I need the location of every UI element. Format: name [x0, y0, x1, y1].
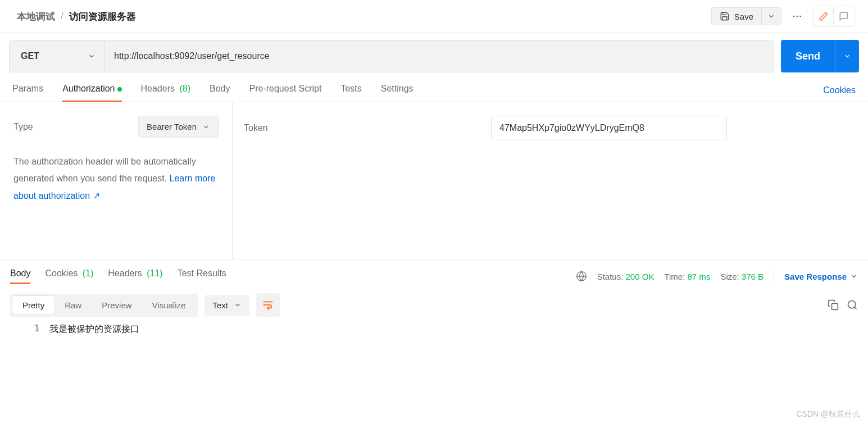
breadcrumb-separator: /	[61, 11, 63, 22]
view-tab-preview[interactable]: Preview	[92, 296, 142, 314]
request-url-bar: GET Send	[0, 33, 868, 79]
token-input[interactable]	[491, 116, 727, 140]
response-tab-headers-count: (11)	[147, 268, 162, 278]
meta-separator	[774, 270, 774, 282]
edit-button[interactable]	[814, 6, 834, 26]
top-actions: Save	[711, 6, 855, 27]
token-label: Token	[244, 123, 491, 133]
svg-point-7	[848, 301, 856, 308]
send-button[interactable]: Send	[781, 40, 835, 72]
response-lang-value: Text	[212, 300, 228, 310]
chevron-down-icon	[843, 52, 851, 60]
view-tab-visualize[interactable]: Visualize	[142, 296, 196, 314]
send-dropdown-button[interactable]	[835, 40, 859, 72]
tab-tests[interactable]: Tests	[340, 79, 361, 102]
response-toolbar: Pretty Raw Preview Visualize Text	[0, 290, 868, 320]
view-tab-raw[interactable]: Raw	[54, 296, 92, 314]
save-button[interactable]: Save	[711, 7, 762, 25]
pencil-icon	[819, 11, 829, 21]
copy-response-button[interactable]	[828, 299, 839, 311]
send-button-group: Send	[781, 40, 859, 72]
tab-headers-count: (8)	[179, 84, 190, 93]
view-tab-pretty[interactable]: Pretty	[12, 296, 54, 314]
save-button-group: Save	[711, 7, 781, 25]
breadcrumb-parent[interactable]: 本地调试	[17, 10, 55, 23]
request-url-input[interactable]	[105, 40, 774, 72]
response-tab-cookies[interactable]: Cookies (1)	[45, 268, 93, 284]
size-value: 376 B	[742, 272, 764, 281]
save-icon	[720, 11, 730, 21]
time-value: 87 ms	[688, 272, 711, 281]
globe-icon[interactable]	[576, 271, 587, 282]
search-response-button[interactable]	[847, 299, 858, 311]
response-tab-body[interactable]: Body	[10, 268, 30, 284]
response-meta: Status: 200 OK Time: 87 ms Size: 376 B S…	[576, 270, 858, 282]
more-horizontal-icon	[792, 11, 803, 22]
tab-authorization[interactable]: Authorization	[62, 79, 121, 102]
tab-headers[interactable]: Headers (8)	[141, 79, 191, 102]
authorization-panel: Type Bearer Token The authorization head…	[0, 102, 868, 259]
comment-button[interactable]	[834, 6, 854, 26]
save-response-button[interactable]: Save Response	[784, 272, 858, 281]
chevron-down-icon	[850, 272, 858, 280]
save-button-label: Save	[734, 12, 753, 21]
more-options-button[interactable]	[787, 6, 807, 26]
status-value: 200 OK	[626, 272, 655, 281]
tab-settings[interactable]: Settings	[381, 79, 413, 102]
save-response-label: Save Response	[784, 272, 847, 281]
response-tab-test-results[interactable]: Test Results	[178, 268, 226, 284]
tab-prerequest[interactable]: Pre-request Script	[249, 79, 321, 102]
chevron-down-icon	[202, 123, 210, 131]
cookies-link[interactable]: Cookies	[823, 85, 856, 95]
tab-body[interactable]: Body	[210, 79, 230, 102]
copy-icon	[828, 299, 839, 311]
status-meta: Status: 200 OK	[597, 272, 655, 281]
method-url-group: GET	[9, 40, 774, 72]
auth-content: Token	[233, 102, 868, 259]
auth-type-select[interactable]: Bearer Token	[138, 116, 219, 138]
svg-rect-6	[832, 304, 838, 310]
side-panel-group	[813, 6, 855, 27]
request-tabs: Params Authorization Headers (8) Body Pr…	[0, 79, 868, 102]
svg-point-0	[793, 16, 795, 17]
response-tab-headers[interactable]: Headers (11)	[108, 268, 162, 284]
auth-sidebar: Type Bearer Token The authorization head…	[0, 102, 233, 259]
line-number: 1	[10, 323, 49, 335]
response-lang-select[interactable]: Text	[204, 295, 249, 316]
response-view-tabs: Pretty Raw Preview Visualize	[10, 294, 198, 317]
auth-help-text: The authorization header will be automat…	[13, 153, 219, 204]
auth-type-value: Bearer Token	[147, 122, 197, 131]
tab-params[interactable]: Params	[12, 79, 43, 102]
comment-icon	[839, 11, 849, 21]
svg-point-2	[800, 16, 802, 17]
response-tab-cookies-count: (1)	[83, 268, 94, 278]
response-body: 1 我是被保护的资源接口	[0, 320, 868, 352]
auth-help-text-content: The authorization header will be automat…	[13, 157, 196, 183]
svg-point-1	[797, 16, 798, 17]
chevron-down-icon	[88, 52, 96, 60]
svg-line-8	[855, 307, 857, 309]
size-meta: Size: 376 B	[720, 272, 764, 281]
wrap-lines-button[interactable]	[256, 293, 280, 317]
http-method-select[interactable]: GET	[10, 40, 105, 72]
response-tabs-bar: Body Cookies (1) Headers (11) Test Resul…	[0, 259, 868, 290]
chevron-down-icon	[234, 301, 242, 309]
response-tab-cookies-label: Cookies	[45, 268, 78, 278]
authorization-active-dot	[117, 87, 122, 92]
save-dropdown-button[interactable]	[762, 7, 781, 25]
tab-headers-label: Headers	[141, 84, 175, 93]
auth-type-label: Type	[13, 122, 33, 132]
wrap-icon	[262, 299, 274, 311]
breadcrumb-current: 访问资源服务器	[69, 10, 136, 23]
http-method-value: GET	[21, 51, 39, 61]
time-meta: Time: 87 ms	[664, 272, 710, 281]
tab-authorization-label: Authorization	[62, 84, 115, 93]
search-icon	[847, 299, 858, 311]
chevron-down-icon	[767, 12, 775, 20]
response-line-1: 我是被保护的资源接口	[49, 323, 139, 335]
response-tab-headers-label: Headers	[108, 268, 142, 278]
breadcrumb: 本地调试 / 访问资源服务器	[17, 10, 136, 23]
